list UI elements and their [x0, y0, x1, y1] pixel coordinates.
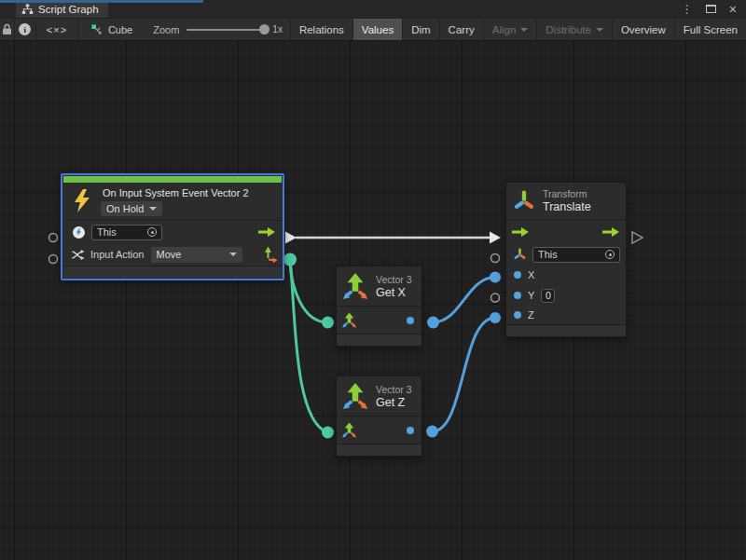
x-port-dot[interactable]: [514, 271, 521, 279]
getz-port-row: [337, 417, 421, 444]
getz-footer: [337, 444, 421, 456]
lock-icon: [2, 23, 12, 35]
event-target-field[interactable]: This: [91, 225, 162, 240]
getz-float-out-dot[interactable]: [407, 427, 414, 434]
vector2-port-icon[interactable]: [264, 246, 278, 263]
getz-output-port[interactable]: [426, 426, 438, 438]
getx-float-out-dot[interactable]: [407, 317, 414, 324]
vector2-output-port[interactable]: [283, 253, 297, 266]
close-icon[interactable]: ×: [729, 3, 737, 16]
translate-z-port[interactable]: [490, 312, 501, 323]
event-target-row: This: [63, 221, 282, 243]
object-picker-icon[interactable]: [147, 227, 157, 237]
toolbar-toggle-group: Relations Values Dim Carry Align Distrib…: [290, 19, 746, 40]
getx-title: Get X: [376, 286, 412, 299]
dim-button[interactable]: Dim: [402, 19, 438, 40]
translate-target-port[interactable]: [491, 254, 500, 263]
translate-flow-row: [506, 220, 626, 244]
event-footer: [63, 266, 282, 278]
chevron-down-icon: [596, 28, 603, 32]
float-wire-x: [434, 278, 496, 323]
zoom-slider-handle[interactable]: [259, 24, 269, 34]
translate-y-port[interactable]: [491, 294, 500, 302]
input-action-icon: [71, 248, 85, 262]
vector3-input-icon[interactable]: [341, 312, 357, 328]
getx-input-port[interactable]: [322, 317, 334, 329]
getz-input-port[interactable]: [322, 427, 334, 439]
translate-target-row: This: [506, 244, 626, 265]
info-icon: i: [19, 23, 31, 35]
event-accent-bar: [63, 176, 282, 183]
full-screen-button[interactable]: Full Screen: [674, 19, 746, 40]
node-translate[interactable]: Transform Translate: [505, 182, 627, 337]
relations-button[interactable]: Relations: [290, 19, 352, 40]
script-graph-window: Script Graph ⋮ × i <×> Cube: [0, 0, 746, 560]
action-dropdown[interactable]: Move: [151, 247, 242, 263]
zoom-control: Zoom 1x: [145, 19, 290, 40]
getz-header: Vector 3 Get Z: [337, 376, 421, 416]
translate-target-field[interactable]: This: [532, 247, 620, 263]
inspect-button[interactable]: i: [15, 19, 36, 40]
maximize-icon[interactable]: [706, 5, 716, 13]
graph-canvas[interactable]: On Input System Event Vector 2 On Hold T…: [0, 41, 746, 560]
object-picker-icon[interactable]: [605, 250, 615, 259]
flow-in-arrow-icon[interactable]: [512, 226, 530, 238]
getx-type: Vector 3: [376, 274, 412, 285]
flow-out-arrow-icon[interactable]: [258, 226, 276, 238]
vector3-input-icon[interactable]: [341, 422, 357, 438]
chevron-down-icon: [520, 28, 528, 32]
distribute-dropdown-button[interactable]: Distribute: [536, 19, 612, 40]
float-wire-z: [433, 318, 496, 431]
window-menu-icon[interactable]: ⋮: [682, 4, 693, 15]
translate-x-port[interactable]: [490, 272, 501, 283]
zoom-slider[interactable]: [186, 29, 265, 31]
align-dropdown-button[interactable]: Align: [483, 19, 537, 40]
code-preview-button[interactable]: <×>: [36, 19, 78, 40]
input-device-icon: [73, 226, 85, 239]
x-label: X: [528, 269, 534, 280]
translate-flow-out-port[interactable]: [632, 232, 642, 243]
getx-header: Vector 3 Get X: [337, 266, 421, 306]
z-label: Z: [528, 309, 534, 321]
graph-toolbar: i <×> Cube Zoom 1x Relations Values Dim …: [0, 18, 746, 41]
flow-out-arrow-icon[interactable]: [602, 226, 620, 238]
overview-button[interactable]: Overview: [612, 19, 674, 40]
vector3-icon: [341, 272, 369, 300]
vector3-icon: [341, 382, 369, 410]
y-label: Y: [528, 290, 534, 301]
getx-output-port[interactable]: [427, 317, 439, 329]
event-header: On Input System Event Vector 2 On Hold: [63, 183, 282, 220]
y-port-dot[interactable]: [514, 292, 521, 299]
chevron-down-icon: [229, 253, 237, 256]
script-graph-icon: [21, 4, 34, 15]
action-label: Input Action: [90, 249, 145, 260]
tab-label: Script Graph: [38, 4, 99, 15]
getx-footer: [337, 334, 421, 346]
z-port-dot[interactable]: [514, 311, 521, 319]
lock-button[interactable]: [0, 19, 15, 40]
translate-footer: [506, 324, 626, 336]
values-button[interactable]: Values: [352, 19, 402, 40]
focus-accent-line: [0, 0, 203, 3]
event-mode-dropdown[interactable]: On Hold: [101, 201, 162, 216]
zoom-label: Zoom: [153, 24, 179, 35]
chevron-down-icon: [149, 207, 157, 211]
carry-button[interactable]: Carry: [439, 19, 483, 40]
event-target-port[interactable]: [49, 234, 58, 242]
event-action-row: Input Action Move: [63, 243, 282, 266]
translate-header: Transform Translate: [506, 183, 626, 219]
graph-owner-icon: [91, 24, 103, 35]
getz-type: Vector 3: [376, 384, 412, 395]
graph-reference[interactable]: Cube: [78, 19, 145, 40]
getz-title: Get Z: [376, 396, 412, 409]
translate-title: Translate: [543, 200, 591, 213]
translate-z-row: Z: [506, 306, 626, 324]
event-title: On Input System Event Vector 2: [103, 187, 249, 198]
node-get-x[interactable]: Vector 3 Get X: [336, 266, 422, 347]
event-action-port[interactable]: [49, 255, 58, 264]
node-get-z[interactable]: Vector 3 Get Z: [336, 376, 422, 457]
y-value-input[interactable]: 0: [541, 289, 555, 303]
node-on-input-system-event[interactable]: On Input System Event Vector 2 On Hold T…: [61, 173, 284, 280]
transform-mini-icon[interactable]: [514, 248, 526, 261]
getx-port-row: [337, 307, 421, 334]
